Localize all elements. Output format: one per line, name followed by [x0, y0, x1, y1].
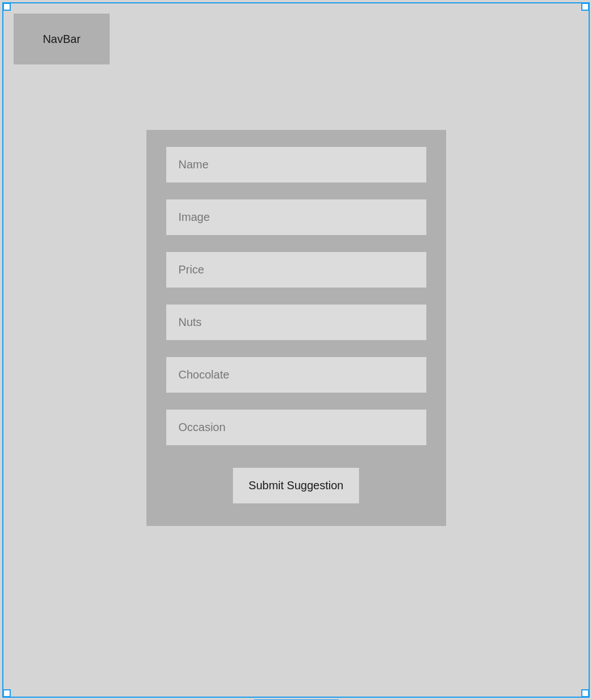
- nuts-input[interactable]: [166, 305, 426, 340]
- submit-button[interactable]: Submit Suggestion: [233, 468, 360, 503]
- chocolate-input[interactable]: [166, 357, 426, 393]
- form-container: Submit Suggestion: [146, 130, 446, 526]
- corner-bl: [3, 689, 11, 697]
- image-input[interactable]: [166, 199, 426, 235]
- price-input[interactable]: [166, 252, 426, 288]
- occasion-input[interactable]: [166, 410, 426, 445]
- navbar-label: NavBar: [43, 33, 81, 46]
- corner-tr: [581, 3, 589, 11]
- name-input[interactable]: [166, 147, 426, 182]
- corner-br: [581, 689, 589, 697]
- corner-tl: [3, 3, 11, 11]
- navbar[interactable]: NavBar: [14, 14, 110, 64]
